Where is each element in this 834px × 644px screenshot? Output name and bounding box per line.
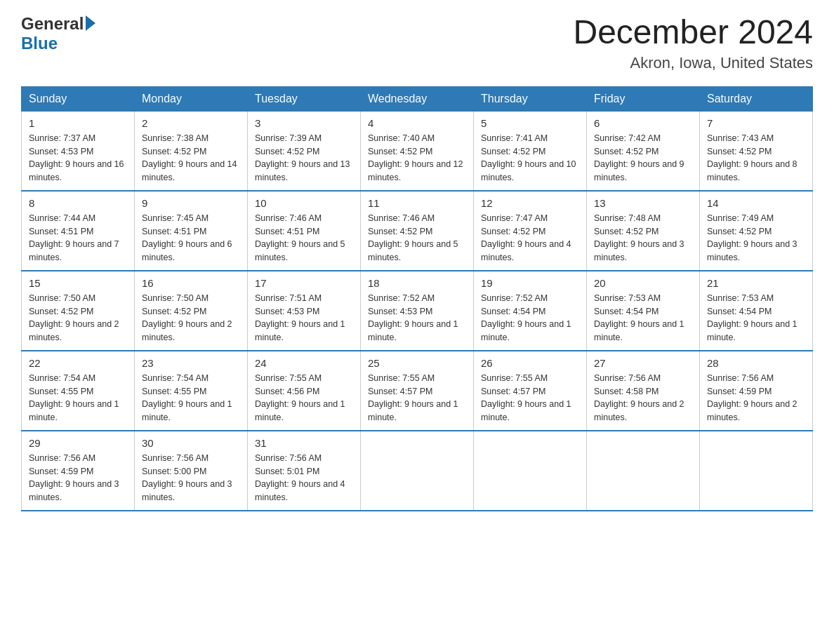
calendar-cell: 17Sunrise: 7:51 AMSunset: 4:53 PMDayligh… [248, 271, 361, 351]
day-number: 25 [368, 357, 466, 369]
calendar-cell [361, 431, 474, 511]
calendar-cell [700, 431, 813, 511]
calendar-cell: 27Sunrise: 7:56 AMSunset: 4:58 PMDayligh… [587, 351, 700, 431]
day-info: Sunrise: 7:48 AMSunset: 4:52 PMDaylight:… [594, 212, 692, 264]
day-info: Sunrise: 7:40 AMSunset: 4:52 PMDaylight:… [368, 132, 466, 185]
days-header-row: SundayMondayTuesdayWednesdayThursdayFrid… [22, 86, 813, 111]
day-number: 30 [142, 437, 240, 449]
day-number: 27 [594, 357, 692, 369]
day-header-saturday: Saturday [700, 86, 813, 111]
calendar-cell: 1Sunrise: 7:37 AMSunset: 4:53 PMDaylight… [22, 111, 135, 191]
day-info: Sunrise: 7:41 AMSunset: 4:52 PMDaylight:… [481, 132, 579, 185]
day-info: Sunrise: 7:54 AMSunset: 4:55 PMDaylight:… [142, 372, 240, 424]
day-header-monday: Monday [135, 86, 248, 111]
calendar-cell: 18Sunrise: 7:52 AMSunset: 4:53 PMDayligh… [361, 271, 474, 351]
calendar-cell: 13Sunrise: 7:48 AMSunset: 4:52 PMDayligh… [587, 191, 700, 271]
calendar-cell: 30Sunrise: 7:56 AMSunset: 5:00 PMDayligh… [135, 431, 248, 511]
day-number: 16 [142, 277, 240, 289]
calendar-week-row: 15Sunrise: 7:50 AMSunset: 4:52 PMDayligh… [22, 271, 813, 351]
day-number: 11 [368, 197, 466, 209]
day-info: Sunrise: 7:56 AMSunset: 4:59 PMDaylight:… [707, 372, 805, 424]
calendar-cell: 31Sunrise: 7:56 AMSunset: 5:01 PMDayligh… [248, 431, 361, 511]
day-info: Sunrise: 7:38 AMSunset: 4:52 PMDaylight:… [142, 132, 240, 185]
day-number: 29 [29, 437, 127, 449]
day-info: Sunrise: 7:54 AMSunset: 4:55 PMDaylight:… [29, 372, 127, 424]
day-info: Sunrise: 7:45 AMSunset: 4:51 PMDaylight:… [142, 212, 240, 264]
day-info: Sunrise: 7:52 AMSunset: 4:54 PMDaylight:… [481, 292, 579, 344]
day-header-friday: Friday [587, 86, 700, 111]
logo-blue-text: Blue [21, 34, 58, 53]
calendar-cell: 16Sunrise: 7:50 AMSunset: 4:52 PMDayligh… [135, 271, 248, 351]
day-info: Sunrise: 7:46 AMSunset: 4:52 PMDaylight:… [368, 212, 466, 264]
day-info: Sunrise: 7:39 AMSunset: 4:52 PMDaylight:… [255, 132, 353, 185]
day-number: 26 [481, 357, 579, 369]
calendar-cell: 22Sunrise: 7:54 AMSunset: 4:55 PMDayligh… [22, 351, 135, 431]
day-number: 24 [255, 357, 353, 369]
calendar-table: SundayMondayTuesdayWednesdayThursdayFrid… [21, 86, 813, 511]
title-block: December 2024 Akron, Iowa, United States [573, 14, 813, 72]
calendar-cell: 14Sunrise: 7:49 AMSunset: 4:52 PMDayligh… [700, 191, 813, 271]
day-info: Sunrise: 7:56 AMSunset: 4:59 PMDaylight:… [29, 452, 127, 504]
day-number: 19 [481, 277, 579, 289]
calendar-week-row: 29Sunrise: 7:56 AMSunset: 4:59 PMDayligh… [22, 431, 813, 511]
calendar-week-row: 22Sunrise: 7:54 AMSunset: 4:55 PMDayligh… [22, 351, 813, 431]
calendar-cell: 4Sunrise: 7:40 AMSunset: 4:52 PMDaylight… [361, 111, 474, 191]
day-number: 1 [29, 117, 127, 129]
day-info: Sunrise: 7:44 AMSunset: 4:51 PMDaylight:… [29, 212, 127, 264]
day-number: 23 [142, 357, 240, 369]
day-info: Sunrise: 7:56 AMSunset: 4:58 PMDaylight:… [594, 372, 692, 424]
calendar-cell [474, 431, 587, 511]
calendar-title: December 2024 [573, 14, 813, 51]
day-number: 5 [481, 117, 579, 129]
day-number: 10 [255, 197, 353, 209]
day-info: Sunrise: 7:37 AMSunset: 4:53 PMDaylight:… [29, 132, 127, 185]
day-number: 28 [707, 357, 805, 369]
day-number: 9 [142, 197, 240, 209]
day-number: 4 [368, 117, 466, 129]
day-number: 31 [255, 437, 353, 449]
calendar-cell: 21Sunrise: 7:53 AMSunset: 4:54 PMDayligh… [700, 271, 813, 351]
calendar-cell: 29Sunrise: 7:56 AMSunset: 4:59 PMDayligh… [22, 431, 135, 511]
calendar-cell: 5Sunrise: 7:41 AMSunset: 4:52 PMDaylight… [474, 111, 587, 191]
day-info: Sunrise: 7:43 AMSunset: 4:52 PMDaylight:… [707, 132, 805, 185]
logo: General Blue [21, 14, 95, 53]
day-info: Sunrise: 7:51 AMSunset: 4:53 PMDaylight:… [255, 292, 353, 344]
day-info: Sunrise: 7:50 AMSunset: 4:52 PMDaylight:… [142, 292, 240, 344]
day-info: Sunrise: 7:50 AMSunset: 4:52 PMDaylight:… [29, 292, 127, 344]
calendar-week-row: 8Sunrise: 7:44 AMSunset: 4:51 PMDaylight… [22, 191, 813, 271]
day-header-tuesday: Tuesday [248, 86, 361, 111]
day-info: Sunrise: 7:55 AMSunset: 4:56 PMDaylight:… [255, 372, 353, 424]
calendar-cell: 11Sunrise: 7:46 AMSunset: 4:52 PMDayligh… [361, 191, 474, 271]
day-number: 12 [481, 197, 579, 209]
day-info: Sunrise: 7:53 AMSunset: 4:54 PMDaylight:… [594, 292, 692, 344]
day-number: 18 [368, 277, 466, 289]
day-number: 15 [29, 277, 127, 289]
calendar-cell: 19Sunrise: 7:52 AMSunset: 4:54 PMDayligh… [474, 271, 587, 351]
logo-arrow-icon [86, 15, 95, 31]
day-number: 17 [255, 277, 353, 289]
calendar-cell: 20Sunrise: 7:53 AMSunset: 4:54 PMDayligh… [587, 271, 700, 351]
day-header-sunday: Sunday [22, 86, 135, 111]
calendar-cell: 2Sunrise: 7:38 AMSunset: 4:52 PMDaylight… [135, 111, 248, 191]
day-number: 7 [707, 117, 805, 129]
calendar-cell: 23Sunrise: 7:54 AMSunset: 4:55 PMDayligh… [135, 351, 248, 431]
day-number: 6 [594, 117, 692, 129]
calendar-cell: 24Sunrise: 7:55 AMSunset: 4:56 PMDayligh… [248, 351, 361, 431]
day-number: 8 [29, 197, 127, 209]
day-info: Sunrise: 7:56 AMSunset: 5:01 PMDaylight:… [255, 452, 353, 504]
calendar-cell: 15Sunrise: 7:50 AMSunset: 4:52 PMDayligh… [22, 271, 135, 351]
day-header-thursday: Thursday [474, 86, 587, 111]
day-info: Sunrise: 7:55 AMSunset: 4:57 PMDaylight:… [481, 372, 579, 424]
calendar-cell: 9Sunrise: 7:45 AMSunset: 4:51 PMDaylight… [135, 191, 248, 271]
calendar-cell: 6Sunrise: 7:42 AMSunset: 4:52 PMDaylight… [587, 111, 700, 191]
calendar-week-row: 1Sunrise: 7:37 AMSunset: 4:53 PMDaylight… [22, 111, 813, 191]
day-number: 22 [29, 357, 127, 369]
day-info: Sunrise: 7:49 AMSunset: 4:52 PMDaylight:… [707, 212, 805, 264]
calendar-cell: 26Sunrise: 7:55 AMSunset: 4:57 PMDayligh… [474, 351, 587, 431]
day-info: Sunrise: 7:56 AMSunset: 5:00 PMDaylight:… [142, 452, 240, 504]
page-header: General Blue December 2024 Akron, Iowa, … [21, 14, 813, 72]
calendar-cell: 12Sunrise: 7:47 AMSunset: 4:52 PMDayligh… [474, 191, 587, 271]
calendar-subtitle: Akron, Iowa, United States [573, 54, 813, 72]
day-info: Sunrise: 7:55 AMSunset: 4:57 PMDaylight:… [368, 372, 466, 424]
day-number: 2 [142, 117, 240, 129]
